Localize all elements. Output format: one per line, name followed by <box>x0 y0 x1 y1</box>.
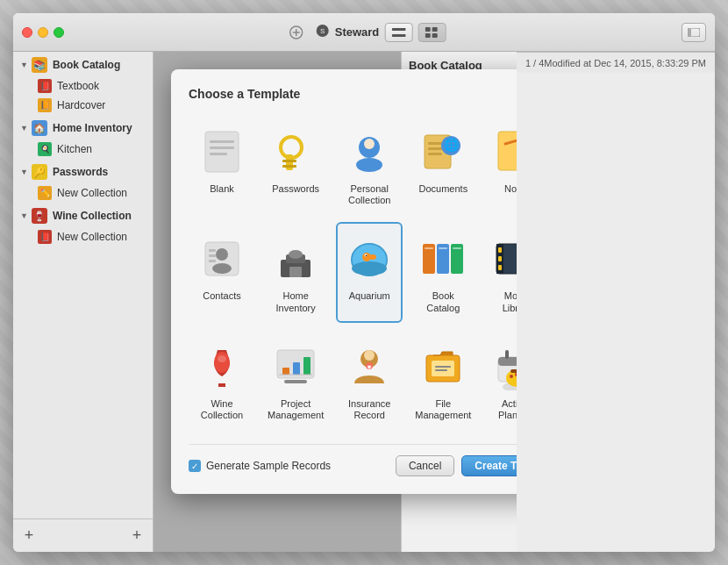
template-label-project-management: Project Management <box>268 398 324 421</box>
template-item-wine-collection[interactable]: Wine Collection <box>189 330 255 430</box>
svg-rect-13 <box>205 132 239 172</box>
svg-rect-7 <box>425 27 430 32</box>
pagination: 1 / 4 <box>525 58 544 68</box>
generate-sample-checkbox[interactable]: ✓ <box>189 460 201 472</box>
template-item-book-catalog[interactable]: Book Catalog <box>410 222 476 322</box>
svg-point-35 <box>212 263 232 274</box>
traffic-lights <box>22 27 64 38</box>
template-item-passwords[interactable]: Passwords <box>262 115 329 215</box>
template-item-home-inventory[interactable]: Home Inventory <box>262 222 329 322</box>
chevron-down-icon-4: ▼ <box>20 211 28 220</box>
modified-time: Modified at Dec 14, 2015, 8:33:29 PM <box>544 58 706 68</box>
template-label-aquarium: Aquarium <box>349 290 390 302</box>
svg-text:S: S <box>320 27 325 35</box>
sidebar-item-hardcover-label: Hardcover <box>57 99 105 111</box>
close-button[interactable] <box>22 27 32 38</box>
svg-point-47 <box>369 254 376 260</box>
add-item-button[interactable]: + <box>128 526 146 545</box>
svg-rect-87 <box>510 369 516 373</box>
template-icon-personal-collection <box>341 124 397 180</box>
template-icon-contacts <box>194 231 250 287</box>
view-list-button[interactable] <box>384 23 412 42</box>
svg-rect-16 <box>210 153 227 155</box>
template-icon-book-catalog <box>415 231 471 287</box>
content-area: Choose a Template <box>153 52 401 552</box>
svg-point-88 <box>510 375 513 378</box>
svg-rect-30 <box>498 132 516 170</box>
grid-view-icon <box>425 27 439 38</box>
svg-rect-6 <box>391 34 405 37</box>
kitchen-icon: 🍳 <box>38 142 52 156</box>
svg-rect-83 <box>505 350 509 359</box>
add-icon <box>289 25 303 39</box>
sidebar-item-new-collection-2[interactable]: 📕 New Collection <box>13 227 153 247</box>
svg-rect-68 <box>282 368 289 375</box>
svg-point-49 <box>366 255 368 257</box>
template-grid: Blank <box>189 115 517 430</box>
list-view-icon <box>391 28 405 37</box>
svg-rect-80 <box>435 369 447 371</box>
svg-rect-72 <box>284 380 307 383</box>
template-item-personal-collection[interactable]: Personal Collection <box>336 115 403 215</box>
template-item-movie-library[interactable]: Movie Library <box>483 222 516 322</box>
sidebar-group-wine-collection[interactable]: ▼ 🍷 Wine Collection <box>13 203 153 227</box>
steward-icon: S <box>316 24 330 38</box>
template-item-documents[interactable]: 🌐 Documents <box>410 115 476 215</box>
template-label-insurance-record: Insurance Record <box>341 398 397 421</box>
main-content: ▼ 📚 Book Catalog 📕 Textbook 📙 Hardcover … <box>13 52 715 552</box>
add-toolbar-button[interactable] <box>282 23 310 42</box>
template-label-notes: Notes <box>504 183 517 195</box>
sidebar-item-textbook[interactable]: 📕 Textbook <box>13 76 153 96</box>
sidebar-group-passwords[interactable]: ▼ 🔑 Passwords <box>13 159 153 183</box>
template-item-insurance-record[interactable]: ♥ Insurance Record <box>336 330 403 430</box>
sidebar-group-book-catalog[interactable]: ▼ 📚 Book Catalog <box>13 52 153 76</box>
add-group-button[interactable]: + <box>20 526 38 545</box>
template-icon-passwords <box>268 124 324 180</box>
generate-sample-checkbox-wrap[interactable]: ✓ Generate Sample Records <box>189 460 331 472</box>
template-icon-aquarium <box>341 231 397 287</box>
expand-button[interactable] <box>682 23 706 42</box>
template-label-personal-collection: Personal Collection <box>341 183 397 206</box>
template-item-project-management[interactable]: Project Management <box>262 330 329 430</box>
chevron-down-icon: ▼ <box>20 61 28 69</box>
svg-rect-69 <box>293 362 300 375</box>
svg-rect-70 <box>303 357 310 375</box>
status-bar: 1 / 4 Modified at Dec 14, 2015, 8:33:29 … <box>517 52 715 73</box>
template-item-aquarium[interactable]: Aquarium <box>336 222 403 322</box>
chevron-down-icon-2: ▼ <box>20 124 28 132</box>
hardcover-icon: 📙 <box>38 98 52 112</box>
modal-footer: ✓ Generate Sample Records Cancel Create … <box>189 444 517 476</box>
sidebar-item-kitchen[interactable]: 🍳 Kitchen <box>13 139 153 159</box>
svg-rect-15 <box>210 147 234 149</box>
svg-rect-10 <box>432 33 437 38</box>
sidebar-bottom: + + <box>13 519 153 552</box>
template-label-blank: Blank <box>210 183 234 195</box>
svg-rect-79 <box>435 366 451 368</box>
template-item-contacts[interactable]: Contacts <box>189 222 255 322</box>
app-window: S Steward <box>13 13 715 552</box>
template-label-book-catalog: Book Catalog <box>415 290 471 313</box>
svg-point-23 <box>364 139 375 149</box>
sidebar-item-new-collection-1[interactable]: ✏️ New Collection <box>13 183 153 203</box>
svg-rect-14 <box>210 140 234 143</box>
sidebar-group-wine-collection-label: Wine Collection <box>53 210 132 222</box>
template-label-wine-collection: Wine Collection <box>194 398 250 421</box>
template-item-notes[interactable]: Notes <box>483 115 516 215</box>
sidebar-group-home-inventory[interactable]: ▼ 🏠 Home Inventory <box>13 115 153 139</box>
sidebar: ▼ 📚 Book Catalog 📕 Textbook 📙 Hardcover … <box>13 52 153 552</box>
template-item-blank[interactable]: Blank <box>189 115 255 215</box>
svg-rect-59 <box>498 247 502 253</box>
cancel-button[interactable]: Cancel <box>396 455 454 476</box>
template-item-activity-planning[interactable]: Activity Planning <box>483 330 516 430</box>
new-collection-icon: ✏️ <box>38 186 52 200</box>
sidebar-item-hardcover[interactable]: 📙 Hardcover <box>13 96 153 115</box>
svg-rect-53 <box>425 247 433 249</box>
maximize-button[interactable] <box>54 27 64 38</box>
create-table-button[interactable]: Create Table <box>461 455 517 476</box>
minimize-button[interactable] <box>38 27 48 38</box>
view-grid-button[interactable] <box>418 23 446 42</box>
template-icon-wine-collection <box>194 339 250 395</box>
app-title: Steward <box>335 25 380 39</box>
template-icon-notes <box>489 124 516 180</box>
template-item-file-management[interactable]: File Management <box>410 330 476 430</box>
